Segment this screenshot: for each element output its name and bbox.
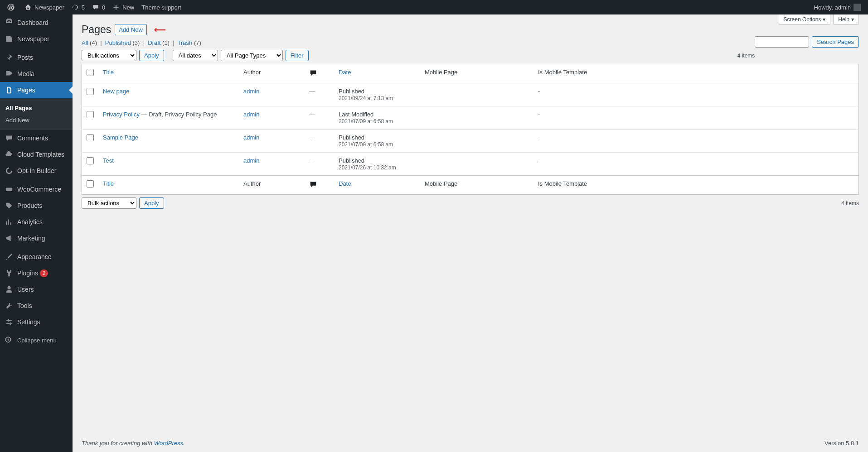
admin-bar-right: Howdy, admin	[810, 0, 864, 14]
sidebar-item-plugins[interactable]: Plugins2	[0, 265, 73, 281]
row-checkbox[interactable]	[87, 88, 94, 95]
col-date[interactable]: Date	[339, 180, 351, 187]
comment-icon	[92, 4, 99, 11]
admin-bar: Newspaper 5 0 New Theme support Howdy, a…	[0, 0, 868, 14]
collapse-menu[interactable]: Collapse menu	[0, 332, 73, 348]
comments-icon	[5, 134, 14, 143]
row-title-link[interactable]: Privacy Policy	[103, 111, 140, 118]
filter-published[interactable]: Published	[105, 39, 131, 46]
comment-icon	[309, 183, 317, 190]
sidebar-item-dashboard[interactable]: Dashboard	[0, 14, 73, 31]
update-icon	[72, 4, 79, 11]
bulk-actions-select[interactable]: Bulk actions	[82, 50, 136, 61]
sidebar-item-woocommerce[interactable]: WooCommerce	[0, 181, 73, 197]
col-date[interactable]: Date	[339, 69, 351, 76]
row-title-link[interactable]: Sample Page	[103, 134, 138, 141]
filter-all[interactable]: All	[82, 39, 88, 46]
theme-support-link[interactable]: Theme support	[138, 0, 184, 14]
date-filter-select[interactable]: All dates	[173, 50, 218, 61]
search-row: Search Pages	[755, 36, 859, 48]
col-is-mobile-template: Is Mobile Template	[533, 176, 859, 195]
col-title[interactable]: Title	[103, 180, 114, 187]
add-new-button[interactable]: Add New	[115, 24, 147, 35]
new-content-link[interactable]: New	[109, 0, 138, 14]
sidebar-item-label: Cloud Templates	[17, 150, 64, 159]
sidebar-item-label: Plugins	[17, 269, 38, 277]
page-type-select[interactable]: All Page Types	[221, 50, 283, 61]
my-account[interactable]: Howdy, admin	[810, 0, 864, 14]
sidebar-item-media[interactable]: Media	[0, 66, 73, 82]
sidebar-item-newspaper[interactable]: Newspaper	[0, 31, 73, 47]
wordpress-link[interactable]: WordPress	[154, 440, 183, 447]
row-author-link[interactable]: admin	[243, 157, 259, 164]
row-author-link[interactable]: admin	[243, 88, 259, 95]
col-mobile-page: Mobile Page	[420, 176, 533, 195]
sidebar-item-comments[interactable]: Comments	[0, 130, 73, 146]
sidebar-item-users[interactable]: Users	[0, 281, 73, 298]
updates-link[interactable]: 5	[68, 0, 88, 14]
search-input[interactable]	[755, 36, 809, 48]
brush-icon	[5, 252, 14, 261]
col-author: Author	[239, 64, 305, 83]
sidebar-item-appearance[interactable]: Appearance	[0, 249, 73, 265]
sidebar-item-label: Opt-In Builder	[17, 167, 56, 175]
apply-button-bottom[interactable]: Apply	[139, 197, 164, 209]
sidebar-item-optin[interactable]: Opt-In Builder	[0, 163, 73, 179]
wp-logo[interactable]	[4, 0, 21, 14]
row-author-link[interactable]: admin	[243, 111, 259, 118]
site-name-link[interactable]: Newspaper	[21, 0, 68, 14]
search-button[interactable]: Search Pages	[812, 36, 859, 48]
tablenav-bottom: Bulk actions Apply 4 items	[82, 197, 859, 209]
row-title-link[interactable]: Test	[103, 157, 114, 164]
items-count-bottom: 4 items	[841, 200, 859, 207]
screen-meta-links: Screen Options ▾ Help ▾	[779, 14, 859, 25]
apply-button[interactable]: Apply	[139, 50, 164, 61]
sidebar-item-label: WooCommerce	[17, 185, 61, 193]
sidebar-item-marketing[interactable]: Marketing	[0, 230, 73, 246]
items-count-top: 4 items	[737, 53, 755, 59]
megaphone-icon	[5, 234, 14, 243]
sidebar-item-analytics[interactable]: Analytics	[0, 214, 73, 230]
footer-thankyou: Thank you for creating with WordPress.	[82, 440, 185, 447]
filter-button[interactable]: Filter	[286, 50, 309, 61]
collapse-label: Collapse menu	[17, 337, 57, 344]
comments-link[interactable]: 0	[88, 0, 109, 14]
admin-menu: Dashboard Newspaper Posts Media Pages Al…	[0, 14, 73, 332]
newspaper-icon	[5, 34, 14, 43]
sidebar-item-tools[interactable]: Tools	[0, 298, 73, 314]
help-toggle[interactable]: Help ▾	[833, 14, 859, 25]
screen-options-toggle[interactable]: Screen Options ▾	[779, 14, 831, 25]
wordpress-icon	[7, 4, 15, 11]
col-comments	[305, 64, 334, 83]
row-checkbox[interactable]	[87, 157, 94, 164]
select-all-checkbox[interactable]	[87, 69, 94, 76]
row-status: Published	[339, 157, 364, 164]
submenu-all-pages[interactable]: All Pages	[0, 102, 73, 114]
comments-count: 0	[102, 4, 105, 11]
sidebar-item-label: Newspaper	[17, 35, 49, 43]
sidebar-item-label: Settings	[17, 318, 40, 326]
row-checkbox[interactable]	[87, 111, 94, 118]
sidebar-item-label: Analytics	[17, 218, 43, 226]
collapse-icon	[5, 336, 14, 345]
sidebar-item-label: Appearance	[17, 253, 52, 261]
row-status: Published	[339, 88, 364, 95]
select-all-checkbox-bottom[interactable]	[87, 180, 94, 188]
plus-icon	[112, 4, 120, 11]
filter-draft[interactable]: Draft	[148, 39, 160, 46]
col-title[interactable]: Title	[103, 69, 114, 76]
submenu-add-new[interactable]: Add New	[0, 114, 73, 126]
sidebar-item-products[interactable]: Products	[0, 197, 73, 214]
pages-submenu: All Pages Add New	[0, 98, 73, 130]
row-datetime: 2021/07/09 at 6:58 am	[339, 118, 393, 125]
sidebar-item-cloud-templates[interactable]: Cloud Templates	[0, 146, 73, 163]
row-title-link[interactable]: New page	[103, 88, 130, 95]
filter-trash[interactable]: Trash	[178, 39, 193, 46]
row-datetime: 2021/09/24 at 7:13 am	[339, 95, 393, 101]
sidebar-item-posts[interactable]: Posts	[0, 49, 73, 66]
sidebar-item-pages[interactable]: Pages	[0, 82, 73, 98]
row-checkbox[interactable]	[87, 134, 94, 141]
row-author-link[interactable]: admin	[243, 134, 259, 141]
sidebar-item-settings[interactable]: Settings	[0, 314, 73, 330]
bulk-actions-select-bottom[interactable]: Bulk actions	[82, 197, 136, 209]
